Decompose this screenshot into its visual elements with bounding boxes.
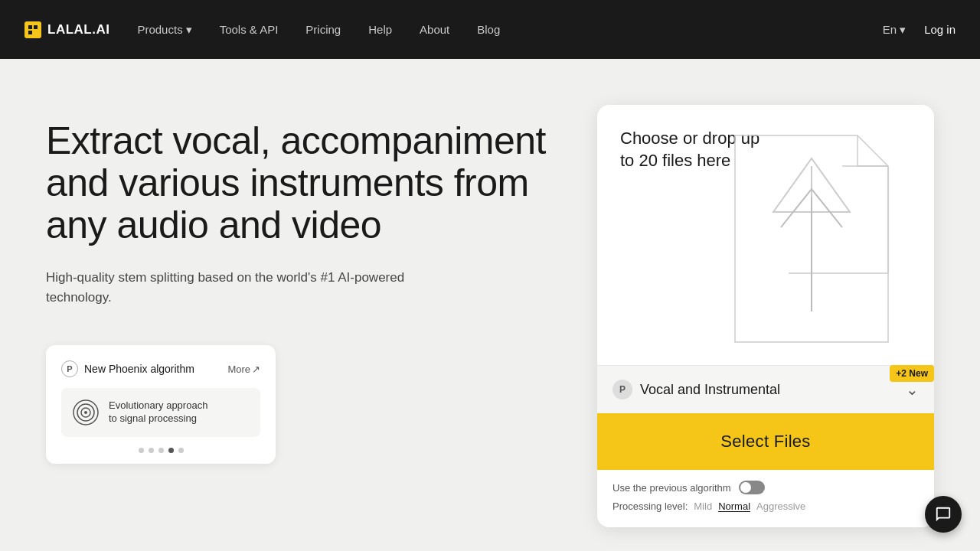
nav-pricing[interactable]: Pricing xyxy=(305,23,341,36)
level-aggressive[interactable]: Aggressive xyxy=(756,500,805,512)
processing-label: Processing level: xyxy=(612,500,688,512)
nav-blog[interactable]: Blog xyxy=(477,23,500,36)
info-card: P New Phoenix algorithm More ↗ xyxy=(46,345,276,464)
language-selector[interactable]: En ▾ xyxy=(883,23,906,37)
hero-section: Extract vocal, accompaniment and various… xyxy=(46,105,567,527)
dot-3[interactable] xyxy=(158,448,164,453)
feature-text: Evolutionary approachto signal processin… xyxy=(109,399,207,425)
upload-illustration xyxy=(712,128,919,357)
phoenix-icon: P xyxy=(61,360,78,377)
svg-point-6 xyxy=(84,411,87,414)
circles-icon xyxy=(72,399,100,426)
card-title: P New Phoenix algorithm xyxy=(61,360,194,377)
chevron-down-icon: ⌄ xyxy=(906,380,919,399)
footer-options: Use the previous algorithm Processing le… xyxy=(597,470,934,527)
dot-4[interactable] xyxy=(168,448,174,453)
new-badge: +2 New xyxy=(890,365,934,382)
vocal-dropdown[interactable]: P Vocal and Instrumental ⌄ xyxy=(612,366,919,413)
nav-tools[interactable]: Tools & API xyxy=(220,23,279,36)
select-files-button[interactable]: Select Files xyxy=(597,413,934,470)
hero-title: Extract vocal, accompaniment and various… xyxy=(46,120,567,246)
level-normal[interactable]: Normal xyxy=(718,500,750,512)
svg-rect-2 xyxy=(28,31,32,34)
hero-subtitle: High-quality stem splitting based on the… xyxy=(46,268,413,307)
dot-5[interactable] xyxy=(178,448,184,453)
main-content: Extract vocal, accompaniment and various… xyxy=(0,59,980,551)
lang-chevron-icon: ▾ xyxy=(900,23,906,37)
upload-section: Choose or drop up to 20 files here xyxy=(597,105,934,527)
vocal-icon: P xyxy=(612,380,632,399)
more-link[interactable]: More ↗ xyxy=(227,364,260,375)
upload-panel: Choose or drop up to 20 files here xyxy=(597,105,934,527)
nav-about[interactable]: About xyxy=(420,23,449,36)
vocal-label: Vocal and Instrumental xyxy=(640,382,780,398)
prev-algo-row: Use the previous algorithm xyxy=(612,481,919,494)
drop-zone[interactable]: Choose or drop up to 20 files here xyxy=(597,105,934,365)
nav-help[interactable]: Help xyxy=(368,23,392,36)
vocal-selector: +2 New P Vocal and Instrumental ⌄ xyxy=(597,366,934,413)
feature-row: Evolutionary approachto signal processin… xyxy=(61,388,260,437)
processing-row: Processing level: Mild Normal Aggressive xyxy=(612,500,919,512)
vocal-left: P Vocal and Instrumental xyxy=(612,380,780,399)
prev-algo-label: Use the previous algorithm xyxy=(612,482,731,494)
products-chevron-icon: ▾ xyxy=(186,23,192,37)
logo-icon xyxy=(24,21,41,38)
chat-bubble[interactable] xyxy=(925,496,962,533)
svg-rect-0 xyxy=(28,25,32,29)
prev-algo-toggle[interactable] xyxy=(739,481,765,494)
processing-levels: Mild Normal Aggressive xyxy=(694,500,805,512)
nav-products[interactable]: Products ▾ xyxy=(137,23,191,37)
level-mild[interactable]: Mild xyxy=(694,500,712,512)
logo[interactable]: LALAL.AI xyxy=(24,21,109,38)
dot-1[interactable] xyxy=(139,448,144,453)
svg-rect-1 xyxy=(34,25,38,29)
dot-2[interactable] xyxy=(149,448,154,453)
carousel-dots xyxy=(61,448,260,453)
login-button[interactable]: Log in xyxy=(924,23,956,36)
navigation: LALAL.AI Products ▾ Tools & API Pricing … xyxy=(0,0,980,59)
